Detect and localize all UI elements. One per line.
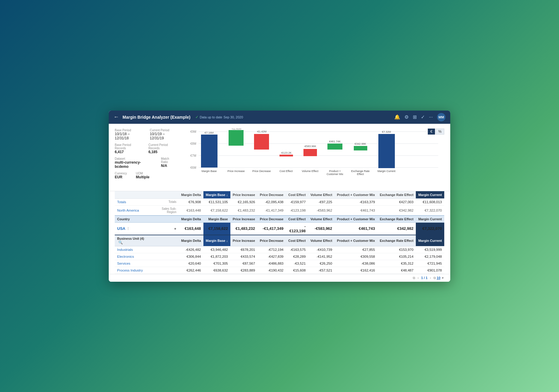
svg-text:Product +: Product +: [329, 170, 341, 173]
usa-product-mix: €461,743: [335, 222, 377, 235]
bar-price-increase[interactable]: [229, 130, 244, 146]
usa-link[interactable]: USA: [117, 226, 125, 231]
svg-text:Cost Effect: Cost Effect: [280, 170, 293, 173]
svg-text:Exchange Rate: Exchange Rate: [351, 170, 370, 173]
copy-icon[interactable]: ⧉: [413, 276, 415, 280]
svg-text:€342.98K: €342.98K: [355, 142, 366, 145]
elec-price-decrease: -€427,839: [257, 253, 286, 260]
na-price-increase: €1,483,232: [230, 205, 258, 215]
col-price-increase[interactable]: Price Increase: [230, 191, 258, 199]
bar-margin-base[interactable]: [201, 135, 217, 168]
svg-text:Customer Mix: Customer Mix: [327, 173, 343, 176]
elec-product-mix: €309,558: [335, 253, 377, 260]
col-cost-effect[interactable]: Cost Effect: [286, 191, 308, 199]
svc-product-mix: -€38,086: [335, 260, 377, 267]
col-margin-delta[interactable]: Margin Delta: [179, 191, 203, 199]
svc-price-increase: €87,567: [230, 260, 258, 267]
col-exchange-rate[interactable]: Exchange Rate Effect: [377, 191, 416, 199]
usa-price-increase: €1,483,232: [230, 222, 258, 235]
col-margin-base[interactable]: Margin Base ↓: [203, 191, 230, 199]
industrials-link[interactable]: Industrials: [117, 248, 133, 251]
rows-dropdown-icon[interactable]: ▼: [441, 276, 444, 280]
page-next-button[interactable]: ›: [430, 276, 431, 280]
usa-hdr-price-increase: Price Increase: [230, 215, 258, 223]
search-icon[interactable]: 🔍: [118, 240, 123, 245]
ind-margin-base: €3,946,482: [203, 246, 230, 253]
proc-margin-current: €901,078: [416, 267, 444, 274]
process-industry-link[interactable]: Process Industry: [117, 269, 143, 272]
svg-text:-€1.42M: -€1.42M: [256, 130, 266, 133]
totals-price-decrease: -€2,095,438: [257, 198, 286, 205]
base-records-label: Base Period Records: [115, 143, 139, 150]
svg-text:€461.74K: €461.74K: [329, 140, 341, 143]
ind-price-increase: €678,201: [230, 246, 258, 253]
page-prev-button[interactable]: ‹: [418, 276, 419, 280]
bar-price-decrease[interactable]: [254, 134, 269, 150]
bar-cost-effect[interactable]: [280, 155, 293, 156]
svg-text:€9M: €9M: [191, 130, 196, 133]
totals-link[interactable]: Totals: [117, 200, 126, 204]
bar-volume-effect[interactable]: [303, 149, 317, 156]
table-footer: ⧉ ‹ 1 / 1 › ⧉ 10 ▼: [109, 274, 450, 282]
euro-toggle[interactable]: €: [428, 129, 435, 135]
bu-hdr-margin-current: Margin Current: [416, 235, 444, 246]
totals-product-mix: -€163,379: [335, 198, 377, 205]
proc-volume-effect: -€57,521: [308, 267, 335, 274]
usa-hdr-margin-current: Margin Current: [416, 215, 444, 223]
back-button[interactable]: ←: [114, 114, 119, 120]
elec-exchange-rate: €105,214: [377, 253, 416, 260]
header-icons: 🔔 ⚙ ⊞ ✓ ··· MM: [394, 113, 445, 121]
base-period-value: 10/1/18 – 12/31/18: [115, 132, 141, 140]
col-product-mix[interactable]: Product + Customer Mix: [335, 191, 377, 199]
check-mark-icon[interactable]: ✓: [421, 114, 425, 120]
totals-row: Totals Totals €76,908 €11,531,105 €2,165…: [115, 198, 444, 205]
bar-product-mix[interactable]: [327, 144, 342, 150]
services-link[interactable]: Services: [117, 262, 130, 265]
bu-hdr-margin-delta: Margin Delta: [179, 235, 203, 246]
na-product-mix: €461,743: [335, 205, 377, 215]
usa-margin-base: €7,158,622: [203, 222, 230, 235]
svg-text:Margin Base: Margin Base: [202, 170, 217, 173]
usa-hdr-cost-effect: Cost Effect: [286, 215, 308, 223]
chart-toggle: € %: [428, 129, 444, 135]
grid-icon[interactable]: ⊞: [413, 114, 417, 120]
usa-hdr-volume-effect: Volume Effect: [308, 215, 335, 223]
na-margin-delta: €163,448: [179, 205, 203, 215]
data-table: Margin Delta Margin Base ↓ Price Increas…: [115, 191, 444, 274]
col-price-decrease[interactable]: Price Decrease: [257, 191, 286, 199]
more-options-icon[interactable]: ···: [429, 114, 433, 120]
col-volume-effect[interactable]: Volume Effect: [308, 191, 335, 199]
bar-margin-current[interactable]: [378, 134, 395, 168]
col-margin-current[interactable]: Margin Current: [416, 191, 444, 199]
settings-icon[interactable]: ⚙: [404, 114, 409, 120]
svc-cost-effect: -€3,521: [286, 260, 308, 267]
percent-toggle[interactable]: %: [436, 129, 444, 135]
rows-select[interactable]: 10: [437, 276, 440, 280]
svg-text:Price Increase: Price Increase: [227, 170, 245, 173]
svc-price-decrease: -€486,883: [257, 260, 286, 267]
current-records-label: Current Period Records: [148, 143, 176, 150]
check-icon: ✓: [195, 115, 199, 119]
current-records-value: 6,185: [148, 150, 176, 154]
notification-icon[interactable]: 🔔: [394, 114, 400, 120]
usa-exchange-rate: €342,982: [377, 222, 416, 235]
electronics-link[interactable]: Electronics: [117, 255, 134, 258]
svg-text:-€583.96K: -€583.96K: [304, 145, 316, 148]
ind-product-mix: €27,855: [335, 246, 377, 253]
proc-product-mix: €162,416: [335, 267, 377, 274]
na-sub: Sales Sub-Region: [152, 205, 179, 215]
totals-margin-base: €11,531,105: [203, 198, 230, 205]
user-avatar[interactable]: MM: [437, 113, 445, 121]
app-title: Margin Bridge Analyzer (Example): [123, 115, 191, 120]
proc-price-increase: €283,889: [230, 267, 258, 274]
proc-margin-delta: €262,446: [179, 267, 203, 274]
bar-exchange-rate[interactable]: [354, 146, 367, 150]
elec-volume-effect: -€141,952: [308, 253, 335, 260]
na-link[interactable]: North America: [117, 209, 139, 212]
status-date: Sep 30, 2020: [223, 115, 243, 119]
svg-text:Volume Effect: Volume Effect: [302, 170, 318, 173]
proc-exchange-rate: €48,487: [377, 267, 416, 274]
totals-price-increase: €2,165,926: [230, 198, 258, 205]
svg-text:Margin Current: Margin Current: [377, 170, 396, 173]
bu-hdr-price-decrease: Price Decrease: [257, 235, 286, 246]
